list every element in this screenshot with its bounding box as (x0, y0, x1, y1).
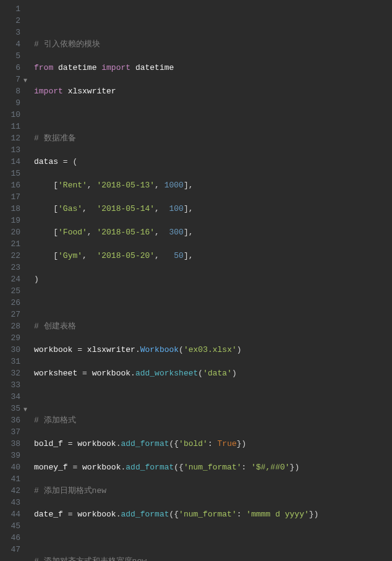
line-number: 5 (3, 50, 20, 62)
line-number: 34 (3, 391, 20, 403)
line-number: 29 (3, 332, 20, 344)
line-number: 32 (3, 367, 20, 379)
line-number: 44 (3, 508, 20, 520)
line-number: 27 (3, 309, 20, 320)
line-number: 12 (3, 132, 20, 144)
line-number: 35▼ (3, 403, 20, 414)
line-number: 28 (3, 320, 20, 332)
line-number: 4 (3, 38, 20, 50)
line-number: 10 (3, 109, 20, 121)
fold-icon[interactable]: ▼ (23, 404, 27, 416)
line-number: 11 (3, 121, 20, 132)
line-number: 47 (3, 544, 20, 555)
line-number-gutter: 1 2 3 4 5 6 7▼ 8 9 10 11 12 13 14 15 16 … (0, 0, 25, 561)
line-number: 39 (3, 450, 20, 461)
line-number: 16 (3, 179, 20, 191)
line-number: 21 (3, 238, 20, 250)
line-number: 14 (3, 156, 20, 168)
line-number: 45 (3, 520, 20, 532)
line-number: 46 (3, 532, 20, 544)
code-editor[interactable]: 1 2 3 4 5 6 7▼ 8 9 10 11 12 13 14 15 16 … (0, 0, 392, 561)
line-number: 20 (3, 226, 20, 238)
line-number: 43 (3, 497, 20, 508)
line-number: 26 (3, 297, 20, 309)
line-number: 19 (3, 215, 20, 226)
line-number: 31 (3, 356, 20, 367)
line-number: 9 (3, 97, 20, 109)
line-number: 23 (3, 262, 20, 273)
line-number: 17 (3, 191, 20, 203)
line-number: 1 (3, 3, 20, 15)
line-number: 25 (3, 285, 20, 297)
line-number: 33 (3, 379, 20, 391)
line-number: 41 (3, 473, 20, 485)
line-number: 22 (3, 250, 20, 262)
line-number: 40 (3, 461, 20, 473)
line-number: 2 (3, 15, 20, 27)
line-number: 24 (3, 273, 20, 285)
line-number: 6 (3, 62, 20, 74)
line-number: 42 (3, 485, 20, 497)
line-number: 38 (3, 438, 20, 450)
fold-icon[interactable]: ▼ (23, 75, 27, 87)
line-number: 7▼ (3, 74, 20, 85)
line-number: 37 (3, 426, 20, 438)
line-number: 3 (3, 27, 20, 38)
line-number: 15 (3, 168, 20, 179)
line-number: 8 (3, 85, 20, 97)
line-number: 30 (3, 344, 20, 356)
line-number: 13 (3, 144, 20, 156)
line-number: 18 (3, 203, 20, 215)
code-content[interactable]: # 引入依赖的模块 from datetime import datetime … (25, 0, 392, 561)
line-number: 36 (3, 414, 20, 426)
